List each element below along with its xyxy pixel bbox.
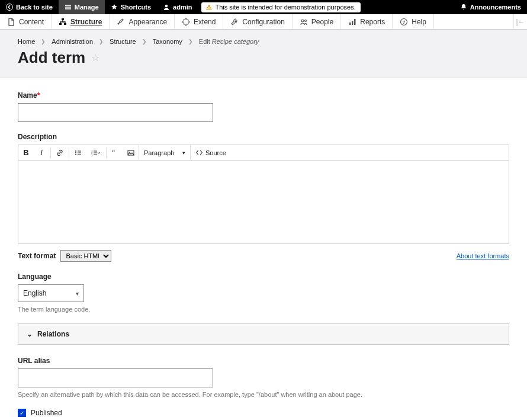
back-to-site-link[interactable]: Back to site	[0, 0, 59, 14]
admin-tabs: Content Structure Appearance Extend Conf…	[0, 14, 527, 30]
page-header: Home ❯ Administration ❯ Structure ❯ Taxo…	[0, 30, 527, 78]
collapse-icon: |←	[516, 18, 525, 26]
svg-point-12	[75, 150, 76, 152]
help-icon: ?	[400, 18, 408, 26]
svg-point-1	[165, 5, 168, 7]
announcements-link[interactable]: Announcements	[454, 0, 527, 14]
paintbrush-icon	[117, 18, 125, 26]
editor-toolbar: B I 123 “	[18, 145, 509, 161]
svg-rect-7	[349, 23, 351, 25]
language-field-row: Language English ▾ The term language cod…	[18, 272, 509, 313]
language-select[interactable]: English ▾	[18, 284, 84, 302]
demo-banner-text: This site is intended for demonstration …	[215, 4, 355, 11]
description-label: Description	[18, 133, 509, 141]
language-value: English	[23, 289, 46, 297]
svg-point-13	[75, 152, 76, 153]
tab-reports-label: Reports	[360, 18, 385, 26]
user-label: admin	[173, 4, 192, 11]
shortcuts-menu[interactable]: Shortcuts	[105, 0, 157, 14]
editor-body[interactable]	[18, 161, 509, 243]
user-menu[interactable]: admin	[157, 0, 198, 14]
structure-icon	[59, 18, 67, 26]
user-icon	[163, 4, 170, 11]
name-label: Name*	[18, 91, 509, 100]
url-alias-input[interactable]	[18, 368, 213, 387]
svg-point-5	[301, 20, 304, 22]
demo-banner: ⚠ This site is intended for demonstratio…	[201, 2, 360, 12]
tab-reports[interactable]: Reports	[341, 14, 393, 29]
link-button[interactable]	[52, 145, 68, 161]
url-alias-field-row: URL alias Specify an alternative path by…	[18, 357, 509, 398]
tabs-spacer	[434, 14, 514, 29]
back-to-site-label: Back to site	[16, 4, 53, 11]
crumb-administration[interactable]: Administration	[52, 38, 93, 45]
form-content: Name* Description B I 123	[0, 78, 527, 420]
toolbar-separator	[69, 148, 69, 158]
svg-text:?: ?	[403, 20, 406, 25]
published-checkbox[interactable]: ✓	[18, 409, 26, 417]
numbered-list-button[interactable]: 123	[86, 145, 105, 161]
tab-appearance[interactable]: Appearance	[110, 14, 175, 29]
svg-rect-9	[354, 19, 356, 25]
warning-icon: ⚠	[206, 4, 212, 11]
crumb-home[interactable]: Home	[18, 38, 35, 45]
svg-rect-3	[59, 23, 62, 25]
relations-label: Relations	[37, 330, 69, 338]
chevron-down-icon: ▾	[76, 290, 79, 297]
name-input[interactable]	[18, 103, 213, 122]
toolbar-separator	[106, 148, 107, 158]
chevron-right-icon: ❯	[142, 39, 147, 44]
toolbar-separator	[50, 148, 51, 158]
collapse-toolbar-button[interactable]: |←	[514, 14, 527, 29]
chevron-right-icon: ❯	[99, 39, 104, 44]
crumb-structure[interactable]: Structure	[110, 38, 136, 45]
breadcrumb: Home ❯ Administration ❯ Structure ❯ Taxo…	[18, 38, 509, 45]
reports-icon	[348, 18, 356, 26]
file-icon	[7, 18, 15, 26]
page-title: Add term	[18, 49, 85, 67]
svg-point-0	[7, 4, 13, 11]
manage-label: Manage	[75, 4, 99, 11]
language-label: Language	[18, 272, 509, 281]
crumb-taxonomy[interactable]: Taxonomy	[153, 38, 182, 45]
name-field-row: Name*	[18, 91, 509, 122]
tab-help-label: Help	[412, 18, 426, 26]
favorite-star-icon[interactable]: ☆	[91, 52, 99, 63]
italic-button[interactable]: I	[34, 145, 49, 161]
crumb-edit: Edit Recipe category	[199, 38, 259, 45]
source-label: Source	[205, 149, 226, 156]
tab-configuration[interactable]: Configuration	[223, 14, 292, 29]
blockquote-button[interactable]: “	[108, 145, 123, 161]
source-button[interactable]: Source	[191, 149, 231, 156]
relations-fieldset[interactable]: ⌄ Relations	[18, 323, 509, 345]
tab-people-label: People	[311, 18, 333, 26]
tab-extend[interactable]: Extend	[175, 14, 223, 29]
chevron-right-icon: ❯	[188, 39, 193, 44]
tab-extend-label: Extend	[194, 18, 216, 26]
announcements-label: Announcements	[470, 4, 521, 11]
bulleted-list-button[interactable]	[70, 145, 86, 161]
shortcuts-label: Shortcuts	[121, 4, 151, 11]
tab-structure[interactable]: Structure	[52, 14, 110, 29]
bold-button[interactable]: B	[18, 145, 34, 161]
tab-appearance-label: Appearance	[128, 18, 167, 26]
svg-point-6	[304, 20, 306, 21]
manage-menu[interactable]: Manage	[59, 0, 105, 14]
svg-text:“: “	[112, 149, 115, 156]
text-format-select[interactable]: Basic HTML	[60, 250, 111, 262]
chevron-down-icon: ▾	[182, 150, 185, 156]
admin-topbar: Back to site Manage Shortcuts admin ⚠ Th…	[0, 0, 527, 14]
tab-content[interactable]: Content	[0, 14, 52, 29]
language-help-text: The term language code.	[18, 306, 509, 313]
people-icon	[300, 18, 308, 26]
chevron-down-icon: ⌄	[27, 330, 33, 338]
image-button[interactable]	[123, 145, 139, 161]
heading-dropdown[interactable]: Paragraph ▾	[139, 145, 191, 161]
tab-help[interactable]: ? Help	[393, 14, 434, 29]
hamburger-icon	[65, 4, 72, 11]
about-text-formats-link[interactable]: About text formats	[457, 252, 509, 259]
url-alias-help-text: Specify an alternative path by which thi…	[18, 391, 509, 398]
puzzle-icon	[182, 18, 190, 26]
tab-people[interactable]: People	[293, 14, 341, 29]
text-format-row: Text format Basic HTML About text format…	[18, 250, 509, 262]
